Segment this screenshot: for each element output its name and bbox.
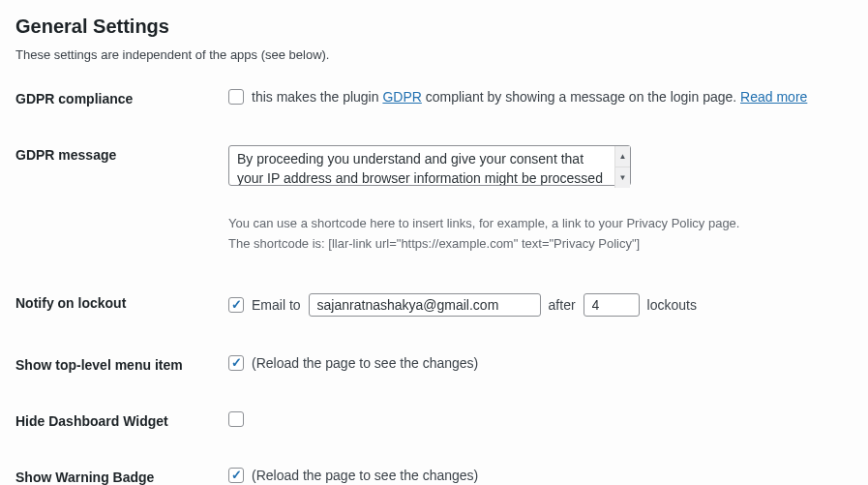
input-notify-email[interactable] [309, 293, 541, 317]
text-lockouts: lockouts [647, 297, 697, 313]
section-title: General Settings [15, 15, 853, 38]
gdpr-text-prefix: this makes the plugin [252, 89, 382, 105]
row-show-warning-badge: Show Warning Badge (Reload the page to s… [15, 468, 853, 485]
textarea-spinner: ▲ ▼ [614, 146, 630, 188]
row-gdpr-message: GDPR message ▲ ▼ You can use a shortcode… [15, 145, 853, 255]
checkbox-notify-lockout[interactable] [228, 297, 244, 313]
gdpr-compliance-text: this makes the plugin GDPR compliant by … [252, 89, 807, 105]
row-notify-lockout: Notify on lockout Email to after lockout… [15, 293, 853, 317]
text-after: after [549, 297, 576, 313]
gdpr-helper-line2: The shortcode is: [llar-link url="https:… [228, 234, 853, 255]
row-hide-dashboard: Hide Dashboard Widget [15, 411, 853, 429]
label-gdpr-compliance: GDPR compliance [15, 89, 228, 106]
checkbox-gdpr-compliance[interactable] [228, 89, 244, 105]
label-gdpr-message: GDPR message [15, 145, 228, 163]
spinner-up-icon[interactable]: ▲ [615, 146, 630, 167]
textarea-gdpr-message[interactable] [228, 145, 631, 186]
section-description: These settings are independent of the ap… [15, 47, 853, 62]
spinner-down-icon[interactable]: ▼ [615, 167, 630, 188]
label-hide-dashboard: Hide Dashboard Widget [15, 411, 228, 429]
checkbox-show-warning-badge[interactable] [228, 468, 244, 483]
label-show-warning-badge: Show Warning Badge [15, 468, 228, 485]
note-show-top-menu: (Reload the page to see the changes) [252, 355, 478, 371]
input-lockout-count[interactable] [584, 293, 640, 317]
checkbox-hide-dashboard[interactable] [228, 411, 244, 427]
label-notify-lockout: Notify on lockout [15, 293, 228, 311]
gdpr-message-helper: You can use a shortcode here to insert l… [228, 214, 853, 255]
link-gdpr[interactable]: GDPR [382, 89, 421, 105]
note-show-warning-badge: (Reload the page to see the changes) [252, 468, 478, 483]
label-show-top-menu: Show top-level menu item [15, 355, 228, 373]
checkbox-show-top-menu[interactable] [228, 355, 244, 371]
gdpr-helper-line1: You can use a shortcode here to insert l… [228, 214, 853, 234]
row-show-top-menu: Show top-level menu item (Reload the pag… [15, 355, 853, 373]
text-email-to: Email to [252, 297, 301, 313]
link-read-more[interactable]: Read more [740, 89, 807, 105]
gdpr-text-middle: compliant by showing a message on the lo… [422, 89, 740, 105]
row-gdpr-compliance: GDPR compliance this makes the plugin GD… [15, 89, 853, 106]
